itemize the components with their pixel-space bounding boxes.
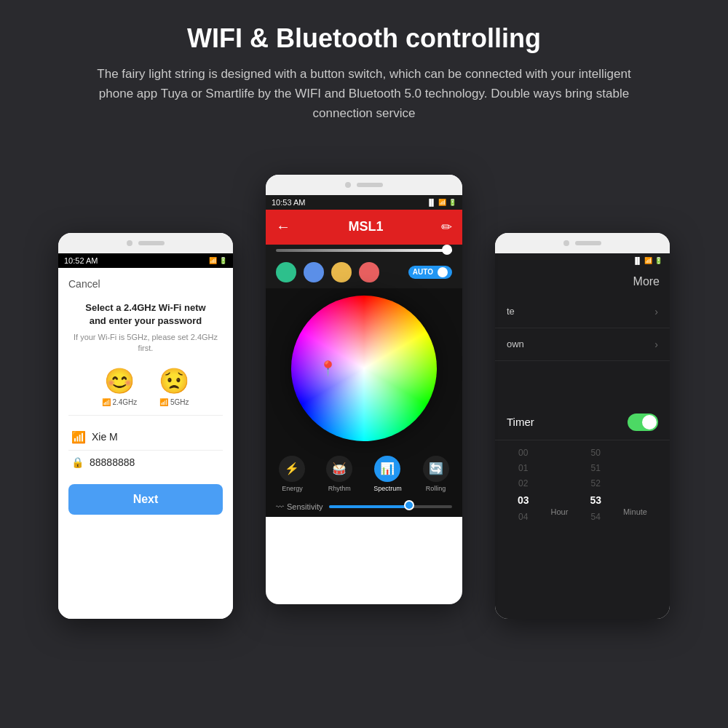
freq-5-item[interactable]: 😟 📶 5GHz bbox=[159, 366, 189, 406]
speaker-left-icon bbox=[138, 241, 165, 245]
time-picker[interactable]: 00 01 02 03 04 Hour 50 51 52 53 bbox=[495, 440, 670, 530]
right-item-1-label: te bbox=[507, 306, 515, 317]
mode-energy[interactable]: ⚡ Energy bbox=[279, 456, 305, 492]
next-button[interactable]: Next bbox=[68, 484, 223, 515]
camera-left-icon bbox=[127, 240, 132, 246]
divider-1 bbox=[68, 415, 223, 416]
timer-label: Timer bbox=[507, 416, 534, 428]
wifi-network-row[interactable]: 📶 Xie M bbox=[68, 424, 223, 451]
auto-toggle-knob bbox=[438, 267, 448, 277]
phone-left-top-bar bbox=[58, 233, 233, 253]
hour-04: 04 bbox=[518, 510, 528, 524]
minute-53-selected: 53 bbox=[590, 492, 601, 508]
phone-center-top-bar bbox=[266, 175, 462, 195]
brightness-slider[interactable] bbox=[276, 249, 452, 252]
lock-icon: 🔒 bbox=[71, 456, 84, 468]
color-dot-yellow[interactable] bbox=[331, 262, 352, 282]
sensitivity-slider[interactable] bbox=[329, 505, 452, 508]
minute-52: 52 bbox=[590, 477, 600, 491]
minute-54: 54 bbox=[590, 510, 600, 524]
color-picker-pin-icon: 📍 bbox=[319, 360, 337, 377]
right-list-item-2[interactable]: own › bbox=[495, 328, 670, 361]
center-app-title: MSL1 bbox=[348, 219, 383, 234]
rolling-label: Rolling bbox=[426, 485, 446, 492]
left-time: 10:52 AM bbox=[64, 256, 98, 265]
mode-rhythm[interactable]: 🥁 Rhythm bbox=[326, 456, 352, 492]
phone-right: ▐▌📶🔋 More te › own › Timer bbox=[495, 233, 670, 619]
color-dot-teal[interactable] bbox=[276, 262, 296, 282]
camera-right-icon bbox=[563, 240, 569, 246]
center-time: 10:53 AM bbox=[272, 198, 305, 207]
minute-51: 51 bbox=[590, 462, 600, 475]
freq-selection-row: 😊 📶 2.4GHz 😟 📶 5GHz bbox=[68, 366, 223, 406]
mode-rolling[interactable]: 🔄 Rolling bbox=[423, 456, 449, 492]
timer-toggle[interactable] bbox=[628, 414, 658, 431]
phone-left: 10:52 AM 📶🔋 Cancel Select a 2.4GHz Wi-Fi… bbox=[58, 233, 233, 619]
hour-label: Hour bbox=[551, 507, 569, 516]
hour-02: 02 bbox=[518, 477, 528, 491]
speaker-right-icon bbox=[575, 241, 601, 245]
mode-row: ⚡ Energy 🥁 Rhythm 📊 Spectrum 🔄 Rolling bbox=[266, 448, 462, 496]
rhythm-icon: 🥁 bbox=[326, 456, 352, 482]
brightness-bar[interactable] bbox=[266, 245, 462, 256]
phone-right-top-bar bbox=[495, 233, 670, 253]
hours-column: 00 01 02 03 04 bbox=[518, 446, 529, 524]
color-wheel[interactable]: 📍 bbox=[291, 296, 437, 441]
energy-label: Energy bbox=[282, 485, 303, 492]
chevron-right-icon-1: › bbox=[654, 306, 658, 317]
sensitivity-thumb bbox=[404, 500, 414, 510]
hour-label-col: Hour bbox=[551, 454, 569, 516]
phone-center: 10:53 AM ▐▌📶🔋 ← MSL1 ✏ AUTO bbox=[266, 175, 462, 604]
color-dot-red[interactable] bbox=[359, 262, 379, 282]
rolling-icon: 🔄 bbox=[423, 456, 449, 482]
left-status-bar: 10:52 AM 📶🔋 bbox=[58, 253, 233, 268]
minute-50: 50 bbox=[590, 446, 600, 460]
center-status-icons: ▐▌📶🔋 bbox=[427, 199, 456, 206]
cancel-label[interactable]: Cancel bbox=[68, 278, 223, 290]
sensitivity-row: 〰 Sensitivity bbox=[266, 496, 462, 517]
center-status-bar: 10:53 AM ▐▌📶🔋 bbox=[266, 195, 462, 210]
spectrum-label: Spectrum bbox=[373, 485, 402, 492]
freq-24-item[interactable]: 😊 📶 2.4GHz bbox=[102, 366, 138, 406]
page-title: WIFI & Bluetooth controlling bbox=[44, 23, 684, 54]
timer-toggle-knob bbox=[642, 415, 657, 430]
center-app-header: ← MSL1 ✏ bbox=[266, 210, 462, 245]
password-row[interactable]: 🔒 88888888 bbox=[68, 451, 223, 474]
wifi-instruction: Select a 2.4GHz Wi-Fi netw and enter you… bbox=[68, 301, 223, 328]
brightness-thumb bbox=[442, 245, 452, 255]
left-phone-content: Cancel Select a 2.4GHz Wi-Fi netw and en… bbox=[58, 268, 233, 619]
chevron-right-icon-2: › bbox=[654, 339, 658, 350]
hour-03-selected: 03 bbox=[518, 492, 529, 508]
rhythm-label: Rhythm bbox=[328, 485, 351, 492]
right-phone-content: More te › own › Timer 00 bbox=[495, 268, 670, 619]
auto-toggle[interactable]: AUTO bbox=[408, 266, 452, 279]
right-status-icons: ▐▌📶🔋 bbox=[633, 257, 662, 264]
page-description: The fairy light string is designed with … bbox=[87, 64, 641, 124]
hour-01: 01 bbox=[518, 462, 528, 475]
timer-row: Timer bbox=[495, 405, 670, 440]
minutes-column: 50 51 52 53 54 bbox=[590, 446, 601, 524]
color-wheel-area[interactable]: 📍 bbox=[266, 288, 462, 448]
right-nav-bar: More bbox=[495, 268, 670, 296]
right-list-item-1[interactable]: te › bbox=[495, 296, 670, 328]
color-dot-blue[interactable] bbox=[304, 262, 324, 282]
sensitivity-label: 〰 Sensitivity bbox=[276, 502, 323, 511]
camera-center-icon bbox=[345, 182, 351, 188]
page-header: WIFI & Bluetooth controlling The fairy l… bbox=[0, 0, 728, 138]
energy-icon: ⚡ bbox=[279, 456, 305, 482]
more-label: More bbox=[633, 275, 660, 288]
right-item-2-label: own bbox=[507, 339, 524, 349]
color-dots-row: AUTO bbox=[266, 256, 462, 288]
back-arrow-icon[interactable]: ← bbox=[276, 218, 290, 235]
mode-spectrum[interactable]: 📊 Spectrum bbox=[373, 456, 402, 492]
wifi-network-name: Xie M bbox=[92, 431, 118, 443]
phones-container: 10:52 AM 📶🔋 Cancel Select a 2.4GHz Wi-Fi… bbox=[0, 138, 728, 633]
minute-label: Minute bbox=[623, 507, 647, 516]
right-status-bar: ▐▌📶🔋 bbox=[495, 253, 670, 268]
wifi-icon: 📶 bbox=[71, 430, 86, 444]
left-status-icons: 📶🔋 bbox=[209, 257, 227, 264]
minute-label-col: Minute bbox=[623, 454, 647, 516]
edit-icon[interactable]: ✏ bbox=[441, 219, 452, 235]
wifi-sub-note: If your Wi-Fi is 5GHz, please set 2.4GHz… bbox=[68, 332, 223, 355]
speaker-center-icon bbox=[357, 183, 383, 187]
